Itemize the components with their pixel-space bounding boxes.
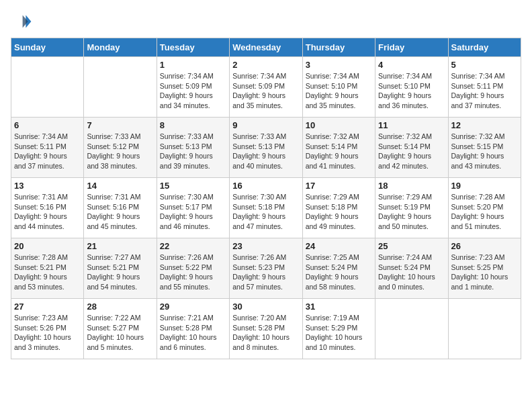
- day-number: 31: [306, 302, 372, 312]
- calendar-cell: [11, 57, 84, 118]
- day-info: Sunrise: 7:26 AM Sunset: 5:22 PM Dayligh…: [160, 253, 226, 292]
- day-info: Sunrise: 7:19 AM Sunset: 5:29 PM Dayligh…: [306, 313, 372, 353]
- calendar-cell: 13Sunrise: 7:31 AM Sunset: 5:16 PM Dayli…: [11, 178, 84, 238]
- day-info: Sunrise: 7:32 AM Sunset: 5:15 PM Dayligh…: [451, 132, 518, 171]
- day-number: 5: [451, 60, 518, 70]
- weekday-header: Sunday: [11, 38, 84, 57]
- day-info: Sunrise: 7:28 AM Sunset: 5:21 PM Dayligh…: [14, 253, 81, 292]
- day-info: Sunrise: 7:24 AM Sunset: 5:24 PM Dayligh…: [378, 253, 445, 292]
- day-info: Sunrise: 7:26 AM Sunset: 5:23 PM Dayligh…: [232, 253, 299, 292]
- day-number: 6: [14, 120, 81, 130]
- weekday-header: Friday: [375, 38, 448, 57]
- day-number: 24: [306, 241, 372, 251]
- calendar-cell: 14Sunrise: 7:31 AM Sunset: 5:16 PM Dayli…: [84, 178, 157, 238]
- page-header: [11, 11, 521, 32]
- day-number: 22: [160, 241, 226, 251]
- day-number: 4: [378, 60, 445, 70]
- day-info: Sunrise: 7:20 AM Sunset: 5:28 PM Dayligh…: [232, 313, 299, 353]
- day-number: 25: [378, 241, 445, 251]
- calendar-cell: 20Sunrise: 7:28 AM Sunset: 5:21 PM Dayli…: [11, 238, 84, 299]
- day-number: 23: [232, 241, 299, 251]
- day-number: 9: [232, 120, 299, 130]
- day-info: Sunrise: 7:33 AM Sunset: 5:12 PM Dayligh…: [87, 132, 153, 171]
- day-number: 21: [87, 241, 153, 251]
- calendar-cell: 17Sunrise: 7:29 AM Sunset: 5:18 PM Dayli…: [302, 178, 375, 238]
- weekday-header: Thursday: [302, 38, 375, 57]
- day-info: Sunrise: 7:29 AM Sunset: 5:19 PM Dayligh…: [378, 192, 445, 232]
- day-info: Sunrise: 7:30 AM Sunset: 5:18 PM Dayligh…: [232, 192, 299, 232]
- calendar-week-row: 1Sunrise: 7:34 AM Sunset: 5:09 PM Daylig…: [11, 57, 521, 118]
- day-info: Sunrise: 7:28 AM Sunset: 5:20 PM Dayligh…: [451, 192, 518, 232]
- day-info: Sunrise: 7:34 AM Sunset: 5:10 PM Dayligh…: [378, 71, 445, 111]
- day-number: 10: [306, 120, 372, 130]
- day-number: 12: [451, 120, 518, 130]
- day-info: Sunrise: 7:29 AM Sunset: 5:18 PM Dayligh…: [306, 192, 372, 232]
- day-info: Sunrise: 7:34 AM Sunset: 5:09 PM Dayligh…: [160, 71, 226, 111]
- calendar-cell: 22Sunrise: 7:26 AM Sunset: 5:22 PM Dayli…: [157, 238, 229, 299]
- calendar-cell: 18Sunrise: 7:29 AM Sunset: 5:19 PM Dayli…: [375, 178, 448, 238]
- day-info: Sunrise: 7:27 AM Sunset: 5:21 PM Dayligh…: [87, 253, 153, 292]
- calendar-cell: 24Sunrise: 7:25 AM Sunset: 5:24 PM Dayli…: [302, 238, 375, 299]
- calendar-header-row: SundayMondayTuesdayWednesdayThursdayFrid…: [11, 38, 521, 57]
- calendar-cell: 28Sunrise: 7:22 AM Sunset: 5:27 PM Dayli…: [84, 299, 157, 359]
- calendar-cell: 15Sunrise: 7:30 AM Sunset: 5:17 PM Dayli…: [157, 178, 229, 238]
- calendar-cell: 19Sunrise: 7:28 AM Sunset: 5:20 PM Dayli…: [448, 178, 521, 238]
- day-info: Sunrise: 7:31 AM Sunset: 5:16 PM Dayligh…: [14, 192, 81, 232]
- day-number: 29: [160, 302, 226, 312]
- calendar-cell: [375, 299, 448, 359]
- day-info: Sunrise: 7:21 AM Sunset: 5:28 PM Dayligh…: [160, 313, 226, 353]
- day-number: 16: [232, 181, 299, 191]
- calendar-cell: 5Sunrise: 7:34 AM Sunset: 5:11 PM Daylig…: [448, 57, 521, 118]
- weekday-header: Saturday: [448, 38, 521, 57]
- day-info: Sunrise: 7:23 AM Sunset: 5:25 PM Dayligh…: [451, 253, 518, 292]
- day-number: 20: [14, 241, 81, 251]
- calendar-week-row: 13Sunrise: 7:31 AM Sunset: 5:16 PM Dayli…: [11, 178, 521, 238]
- day-info: Sunrise: 7:34 AM Sunset: 5:11 PM Dayligh…: [451, 71, 518, 111]
- logo: [11, 11, 35, 32]
- day-info: Sunrise: 7:22 AM Sunset: 5:27 PM Dayligh…: [87, 313, 153, 353]
- calendar-cell: 27Sunrise: 7:23 AM Sunset: 5:26 PM Dayli…: [11, 299, 84, 359]
- calendar-cell: [84, 57, 157, 118]
- day-number: 8: [160, 120, 226, 130]
- day-info: Sunrise: 7:34 AM Sunset: 5:09 PM Dayligh…: [232, 71, 299, 111]
- day-number: 2: [232, 60, 299, 70]
- day-info: Sunrise: 7:33 AM Sunset: 5:13 PM Dayligh…: [232, 132, 299, 171]
- day-number: 18: [378, 181, 445, 191]
- day-number: 28: [87, 302, 153, 312]
- day-info: Sunrise: 7:33 AM Sunset: 5:13 PM Dayligh…: [160, 132, 226, 171]
- day-number: 30: [232, 302, 299, 312]
- calendar-cell: 23Sunrise: 7:26 AM Sunset: 5:23 PM Dayli…: [230, 238, 302, 299]
- calendar-cell: 7Sunrise: 7:33 AM Sunset: 5:12 PM Daylig…: [84, 118, 157, 178]
- calendar-cell: 2Sunrise: 7:34 AM Sunset: 5:09 PM Daylig…: [230, 57, 302, 118]
- calendar-week-row: 20Sunrise: 7:28 AM Sunset: 5:21 PM Dayli…: [11, 238, 521, 299]
- day-number: 15: [160, 181, 226, 191]
- calendar-cell: 10Sunrise: 7:32 AM Sunset: 5:14 PM Dayli…: [302, 118, 375, 178]
- calendar-cell: 12Sunrise: 7:32 AM Sunset: 5:15 PM Dayli…: [448, 118, 521, 178]
- day-number: 19: [451, 181, 518, 191]
- calendar-cell: 1Sunrise: 7:34 AM Sunset: 5:09 PM Daylig…: [157, 57, 229, 118]
- day-info: Sunrise: 7:23 AM Sunset: 5:26 PM Dayligh…: [14, 313, 81, 353]
- day-number: 11: [378, 120, 445, 130]
- day-info: Sunrise: 7:32 AM Sunset: 5:14 PM Dayligh…: [378, 132, 445, 171]
- calendar-cell: 16Sunrise: 7:30 AM Sunset: 5:18 PM Dayli…: [230, 178, 302, 238]
- calendar-cell: 31Sunrise: 7:19 AM Sunset: 5:29 PM Dayli…: [302, 299, 375, 359]
- calendar-cell: 6Sunrise: 7:34 AM Sunset: 5:11 PM Daylig…: [11, 118, 84, 178]
- day-number: 27: [14, 302, 81, 312]
- day-number: 17: [306, 181, 372, 191]
- calendar-cell: 26Sunrise: 7:23 AM Sunset: 5:25 PM Dayli…: [448, 238, 521, 299]
- day-number: 3: [306, 60, 372, 70]
- day-info: Sunrise: 7:30 AM Sunset: 5:17 PM Dayligh…: [160, 192, 226, 232]
- calendar-cell: 30Sunrise: 7:20 AM Sunset: 5:28 PM Dayli…: [230, 299, 302, 359]
- day-info: Sunrise: 7:34 AM Sunset: 5:10 PM Dayligh…: [306, 71, 372, 111]
- weekday-header: Wednesday: [230, 38, 302, 57]
- calendar-week-row: 27Sunrise: 7:23 AM Sunset: 5:26 PM Dayli…: [11, 299, 521, 359]
- calendar-cell: 29Sunrise: 7:21 AM Sunset: 5:28 PM Dayli…: [157, 299, 229, 359]
- calendar-cell: 4Sunrise: 7:34 AM Sunset: 5:10 PM Daylig…: [375, 57, 448, 118]
- weekday-header: Tuesday: [157, 38, 229, 57]
- day-number: 1: [160, 60, 226, 70]
- day-number: 26: [451, 241, 518, 251]
- day-info: Sunrise: 7:25 AM Sunset: 5:24 PM Dayligh…: [306, 253, 372, 292]
- day-info: Sunrise: 7:34 AM Sunset: 5:11 PM Dayligh…: [14, 132, 81, 171]
- calendar-cell: 11Sunrise: 7:32 AM Sunset: 5:14 PM Dayli…: [375, 118, 448, 178]
- day-info: Sunrise: 7:31 AM Sunset: 5:16 PM Dayligh…: [87, 192, 153, 232]
